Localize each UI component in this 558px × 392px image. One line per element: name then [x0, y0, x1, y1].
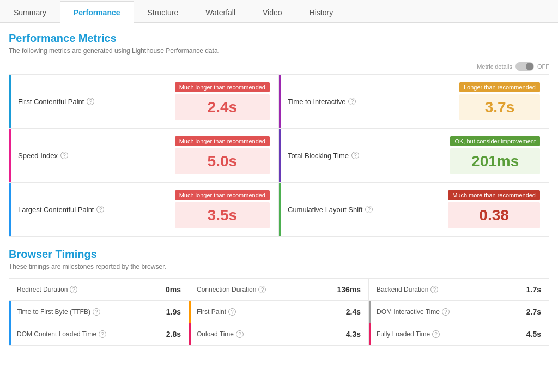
timing-cell-2: Backend Duration ?1.7s: [369, 279, 549, 301]
timing-cell-1: Connection Duration ?136ms: [189, 279, 369, 301]
metric-details-label: Metric details: [477, 63, 512, 70]
metric-name-3: Total Blocking Time ?: [288, 152, 359, 160]
metric-name-2: Speed Index ?: [18, 152, 68, 160]
metric-number-3: 201ms: [450, 148, 540, 174]
timing-bar-4: [189, 301, 191, 323]
timing-value-8: 4.5s: [526, 330, 541, 339]
toggle-knob: [526, 63, 533, 70]
metric-badge-2: Much longer than recommended: [175, 136, 270, 146]
timing-bar-3: [9, 301, 11, 323]
metric-badge-3: OK, but consider improvement: [450, 136, 540, 146]
tab-history[interactable]: History: [296, 1, 347, 23]
timing-name-7: Onload Time ?: [197, 330, 244, 338]
timing-bar-8: [369, 323, 371, 345]
metric-cell-3: Total Blocking Time ?OK, but consider im…: [279, 129, 549, 183]
performance-desc: The following metrics are generated usin…: [9, 47, 549, 55]
timing-name-4: First Paint ?: [197, 308, 236, 316]
timing-bar-7: [189, 323, 191, 345]
tab-bar: Summary Performance Structure Waterfall …: [0, 0, 558, 23]
performance-title: Performance Metrics: [9, 32, 549, 45]
info-icon-timing-0[interactable]: ?: [70, 286, 77, 293]
timing-cell-6: DOM Content Loaded Time ?2.8s: [9, 323, 189, 346]
tab-summary[interactable]: Summary: [0, 1, 60, 23]
timing-name-0: Redirect Duration ?: [17, 286, 77, 293]
metric-cell-2: Speed Index ?Much longer than recommende…: [9, 129, 279, 183]
timing-cell-4: First Paint ?2.4s: [189, 301, 369, 323]
timing-name-8: Fully Loaded Time ?: [377, 330, 440, 338]
timings-grid: Redirect Duration ?0msConnection Duratio…: [9, 278, 549, 346]
info-icon-timing-3[interactable]: ?: [93, 308, 100, 316]
metric-value-box-2: Much longer than recommended5.0s: [175, 136, 270, 174]
timing-cell-7: Onload Time ?4.3s: [189, 323, 369, 346]
metric-badge-1: Longer than recommended: [459, 82, 540, 92]
info-icon-metric-2[interactable]: ?: [60, 152, 68, 159]
metric-value-box-5: Much more than recommended0.38: [448, 190, 540, 228]
metric-badge-0: Much longer than recommended: [175, 82, 270, 92]
timing-cell-5: DOM Interactive Time ?2.7s: [369, 301, 549, 323]
metric-name-5: Cumulative Layout Shift ?: [288, 206, 373, 214]
info-icon-timing-6[interactable]: ?: [99, 330, 106, 338]
metric-bar-4: [9, 183, 11, 236]
info-icon-timing-1[interactable]: ?: [258, 286, 266, 293]
info-icon-timing-2[interactable]: ?: [430, 286, 438, 293]
metric-value-box-1: Longer than recommended3.7s: [459, 82, 540, 120]
browser-timings-section: Browser Timings These timings are milest…: [9, 248, 549, 346]
info-icon-metric-5[interactable]: ?: [365, 206, 373, 213]
timing-value-2: 1.7s: [526, 285, 541, 294]
metric-details-row: Metric details OFF: [9, 62, 549, 71]
metric-name-1: Time to Interactive ?: [288, 98, 356, 106]
metric-cell-4: Largest Contentful Paint ?Much longer th…: [9, 183, 279, 237]
timing-value-4: 2.4s: [346, 307, 361, 316]
timing-value-5: 2.7s: [526, 307, 541, 316]
metric-value-box-0: Much longer than recommended2.4s: [175, 82, 270, 120]
main-content: Performance Metrics The following metric…: [0, 23, 558, 355]
metric-name-0: First Contentful Paint ?: [18, 98, 94, 106]
metric-bar-3: [279, 129, 281, 182]
timing-name-6: DOM Content Loaded Time ?: [17, 330, 106, 338]
timing-value-1: 136ms: [337, 285, 361, 294]
tab-structure[interactable]: Structure: [134, 1, 192, 23]
info-icon-timing-8[interactable]: ?: [432, 330, 440, 338]
metric-badge-5: Much more than recommended: [448, 190, 540, 200]
timing-bar-6: [9, 323, 11, 345]
metric-bar-5: [279, 183, 281, 236]
tab-performance[interactable]: Performance: [60, 1, 134, 23]
timing-cell-0: Redirect Duration ?0ms: [9, 279, 189, 301]
timing-cell-3: Time to First Byte (TTFB) ?1.9s: [9, 301, 189, 323]
tab-waterfall[interactable]: Waterfall: [192, 1, 249, 23]
metric-details-toggle[interactable]: [515, 62, 534, 71]
info-icon-metric-0[interactable]: ?: [87, 98, 94, 105]
metric-cell-1: Time to Interactive ?Longer than recomme…: [279, 75, 549, 129]
timing-bar-5: [369, 301, 371, 323]
metric-bar-0: [9, 75, 11, 128]
info-icon-timing-5[interactable]: ?: [442, 308, 450, 316]
timing-name-5: DOM Interactive Time ?: [377, 308, 450, 316]
metric-value-box-3: OK, but consider improvement201ms: [450, 136, 540, 174]
timing-cell-8: Fully Loaded Time ?4.5s: [369, 323, 549, 346]
metric-number-5: 0.38: [448, 202, 540, 228]
performance-section: Performance Metrics The following metric…: [9, 32, 549, 237]
timing-name-2: Backend Duration ?: [377, 286, 438, 293]
info-icon-timing-4[interactable]: ?: [228, 308, 236, 316]
info-icon-metric-1[interactable]: ?: [348, 98, 356, 105]
metric-cell-0: First Contentful Paint ?Much longer than…: [9, 75, 279, 129]
browser-timings-title: Browser Timings: [9, 248, 549, 261]
metric-number-2: 5.0s: [175, 148, 270, 174]
metric-value-box-4: Much longer than recommended3.5s: [175, 190, 270, 228]
metric-cell-5: Cumulative Layout Shift ?Much more than …: [279, 183, 549, 237]
timing-name-3: Time to First Byte (TTFB) ?: [17, 308, 100, 316]
metrics-grid: First Contentful Paint ?Much longer than…: [9, 74, 549, 237]
timing-value-3: 1.9s: [166, 307, 181, 316]
timing-value-6: 2.8s: [166, 330, 181, 339]
info-icon-metric-3[interactable]: ?: [351, 152, 359, 159]
info-icon-timing-7[interactable]: ?: [236, 330, 244, 338]
browser-timings-desc: These timings are milestones reported by…: [9, 263, 549, 270]
metric-number-1: 3.7s: [459, 94, 540, 120]
metric-badge-4: Much longer than recommended: [175, 190, 270, 200]
timing-value-7: 4.3s: [346, 330, 361, 339]
info-icon-metric-4[interactable]: ?: [96, 206, 104, 213]
tab-video[interactable]: Video: [249, 1, 296, 23]
metric-number-0: 2.4s: [175, 94, 270, 120]
metric-bar-2: [9, 129, 11, 182]
metric-bar-1: [279, 75, 281, 128]
